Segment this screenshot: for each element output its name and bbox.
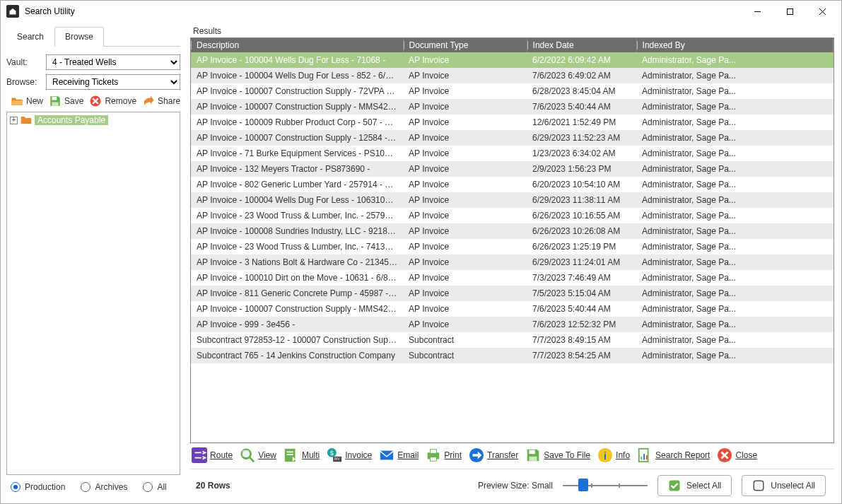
cell-indexdate: 7/7/2023 8:54:25 AM (527, 348, 636, 363)
share-icon (142, 95, 155, 107)
vault-select[interactable]: 4 - Treated Wells (46, 54, 180, 70)
cell-doctype: AP Invoice (403, 286, 527, 301)
cell-indexdate: 6/26/2023 1:25:19 PM (527, 239, 636, 254)
col-doctype[interactable]: Document Type (403, 38, 527, 52)
save-to-file-button[interactable]: Save To File (525, 447, 590, 463)
col-indexdate[interactable]: Index Date (527, 38, 636, 52)
cell-description: AP Invoice - 100010 Dirt on the Move - 1… (191, 270, 403, 286)
cell-description: Subcontract 972853-12 - 100007 Construct… (191, 332, 403, 348)
action-bar: Route View Multi $INV Invoice Email (190, 443, 834, 467)
unselect-all-button[interactable]: Unselect All (742, 475, 826, 496)
remove-button[interactable]: Remove (89, 95, 136, 107)
table-row[interactable]: AP Invoice - 100004 Wells Dug For Less -… (191, 192, 834, 208)
route-button[interactable]: Route (192, 447, 233, 463)
radio-icon (11, 482, 21, 492)
table-row[interactable]: AP Invoice - 23 Wood Truss & Lumber, Inc… (191, 208, 834, 223)
tree-root-node[interactable]: + Accounts Payable (10, 115, 177, 125)
table-row[interactable]: AP Invoice - 802 Generic Lumber Yard - 2… (191, 177, 834, 192)
close-button[interactable]: Close (717, 447, 757, 463)
cell-indexdate: 7/3/2023 7:46:49 AM (527, 270, 636, 286)
svg-rect-1 (787, 8, 793, 14)
share-button[interactable]: Share (142, 95, 180, 107)
svg-text:INV: INV (334, 457, 341, 461)
cell-doctype: AP Invoice (403, 270, 527, 286)
table-row[interactable]: AP Invoice - 100009 Rubber Product Corp … (191, 115, 834, 130)
cell-indexedby: Administrator, Sage Pa... (636, 83, 834, 99)
close-window-button[interactable] (806, 1, 838, 22)
table-row[interactable]: Subcontract 972853-12 - 100007 Construct… (191, 332, 834, 348)
email-button[interactable]: Email (379, 447, 419, 463)
table-row[interactable]: AP Invoice - 71 Burke Equipment Services… (191, 146, 834, 161)
preview-size-slider[interactable] (563, 479, 648, 493)
cell-doctype: AP Invoice (403, 115, 527, 130)
tab-search[interactable]: Search (6, 27, 54, 47)
cell-indexedby: Administrator, Sage Pa... (636, 52, 834, 68)
email-icon (379, 447, 394, 463)
col-description[interactable]: Description (191, 38, 403, 52)
table-row[interactable]: AP Invoice - 100007 Construction Supply … (191, 83, 834, 99)
view-button[interactable]: View (240, 447, 276, 463)
svg-rect-16 (380, 451, 393, 460)
cell-doctype: AP Invoice (403, 52, 527, 68)
table-row[interactable]: AP Invoice - 100008 Sundries Industry, L… (191, 223, 834, 239)
table-row[interactable]: AP Invoice - 100007 Construction Supply … (191, 99, 834, 115)
table-row[interactable]: AP Invoice - 811 Generic Concrete Pump -… (191, 286, 834, 301)
browse-label: Browse: (6, 77, 46, 87)
svg-line-9 (250, 457, 254, 462)
results-grid[interactable]: Description Document Type Index Date Ind… (190, 37, 834, 443)
cell-indexdate: 12/6/2021 1:52:49 PM (527, 115, 636, 130)
table-row[interactable]: Subcontract 765 - 14 Jenkins Constructio… (191, 348, 834, 363)
window-title: Search Utility (25, 6, 75, 16)
svg-rect-19 (431, 457, 437, 462)
minimize-button[interactable] (741, 1, 773, 22)
multi-button[interactable]: Multi (283, 447, 320, 463)
cell-indexedby: Administrator, Sage Pa... (636, 99, 834, 115)
search-report-button[interactable]: Search Report (637, 447, 710, 463)
col-indexedby[interactable]: Indexed By (636, 38, 833, 52)
print-button[interactable]: Print (426, 447, 462, 463)
cell-description: AP Invoice - 100007 Construction Supply … (191, 301, 403, 317)
table-row[interactable]: AP Invoice - 100010 Dirt on the Move - 1… (191, 270, 834, 286)
left-panel: Search Browse Vault: 4 - Treated Wells B… (1, 22, 186, 503)
multi-icon (283, 447, 299, 463)
cell-indexdate: 6/20/2023 10:54:10 AM (527, 177, 636, 192)
table-row[interactable]: AP Invoice - 999 - 3e456 -AP Invoice7/6/… (191, 317, 834, 332)
cell-description: AP Invoice - 100004 Wells Dug For Less -… (191, 52, 403, 68)
table-row[interactable]: AP Invoice - 100004 Wells Dug For Less -… (191, 68, 834, 83)
cell-indexdate: 7/7/2023 8:49:15 AM (527, 332, 636, 348)
view-icon (240, 447, 255, 463)
table-row[interactable]: AP Invoice - 132 Meyers Tractor - PS8736… (191, 161, 834, 177)
expand-icon[interactable]: + (10, 117, 18, 124)
new-button[interactable]: New (11, 95, 43, 107)
svg-rect-7 (192, 447, 207, 463)
app-window: Search Utility Search Browse Vault: 4 - … (0, 0, 842, 504)
cell-doctype: AP Invoice (403, 223, 527, 239)
floppy-icon (49, 95, 62, 107)
route-icon (192, 447, 207, 463)
info-button[interactable]: i Info (597, 447, 630, 463)
cell-indexedby: Administrator, Sage Pa... (636, 161, 834, 177)
maximize-button[interactable] (773, 1, 806, 22)
table-row[interactable]: AP Invoice - 100004 Wells Dug For Less -… (191, 52, 834, 68)
table-row[interactable]: AP Invoice - 100007 Construction Supply … (191, 301, 834, 317)
radio-production[interactable]: Production (11, 482, 65, 492)
browse-select[interactable]: Receiving Tickets (46, 74, 180, 90)
table-row[interactable]: AP Invoice - 3 Nations Bolt & Hardware C… (191, 254, 834, 270)
table-row[interactable]: AP Invoice - 100007 Construction Supply … (191, 130, 834, 146)
svg-rect-10 (242, 450, 249, 457)
cell-indexdate: 6/29/2023 11:52:23 AM (527, 130, 636, 146)
table-row[interactable]: AP Invoice - 23 Wood Truss & Lumber, Inc… (191, 239, 834, 254)
invoice-button[interactable]: $INV Invoice (327, 447, 372, 463)
tree-view[interactable]: + Accounts Payable (6, 112, 180, 475)
cell-indexedby: Administrator, Sage Pa... (636, 192, 834, 208)
transfer-button[interactable]: Transfer (469, 447, 518, 463)
save-button[interactable]: Save (49, 95, 83, 107)
select-all-button[interactable]: Select All (657, 475, 732, 496)
tab-browse[interactable]: Browse (54, 27, 104, 47)
remove-icon (89, 95, 102, 107)
radio-all[interactable]: All (143, 482, 166, 492)
radio-archives[interactable]: Archives (81, 482, 127, 492)
slider-thumb-icon[interactable] (578, 479, 588, 491)
cell-doctype: AP Invoice (403, 68, 527, 83)
cell-doctype: AP Invoice (403, 208, 527, 223)
